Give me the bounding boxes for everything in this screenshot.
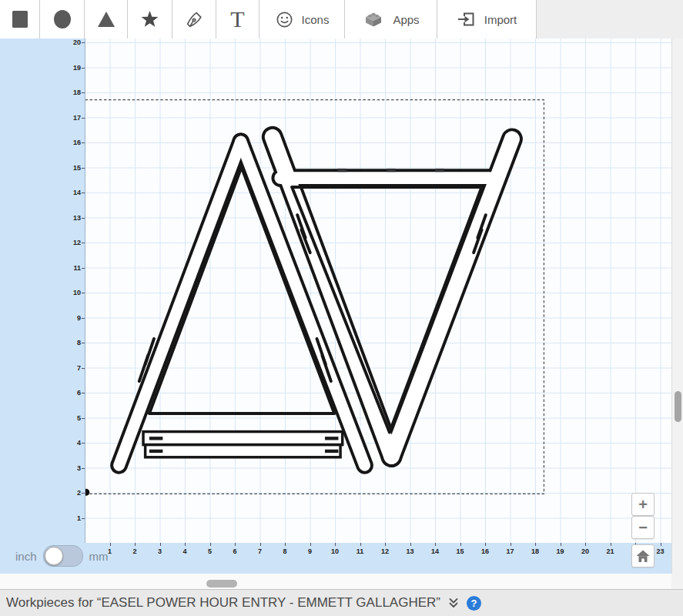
v-ruler-tick: [82, 393, 85, 393]
h-ruler-tick: [410, 543, 411, 546]
v-ruler-label: 4: [77, 439, 81, 447]
v-ruler-tick: [82, 243, 85, 243]
v-ruler-label: 2: [77, 489, 81, 497]
v-ruler-tick: [82, 293, 85, 293]
h-ruler-label: 10: [327, 547, 343, 555]
h-ruler-tick: [611, 543, 611, 546]
ellipse-tool-button[interactable]: [40, 0, 85, 38]
h-ruler-label: 6: [227, 547, 243, 555]
h-ruler-tick: [435, 543, 436, 546]
units-toggle-group: inch mm: [15, 545, 109, 567]
pen-icon: [185, 10, 204, 29]
h-ruler-label: 18: [527, 547, 543, 555]
v-ruler-tick: [82, 368, 85, 369]
text-tool-button[interactable]: T: [216, 0, 259, 38]
rectangle-tool-button[interactable]: [0, 0, 40, 38]
h-ruler-tick: [110, 543, 111, 546]
v-ruler-tick: [82, 92, 85, 93]
h-ruler-tick: [210, 543, 211, 546]
star-tool-button[interactable]: [128, 0, 172, 38]
units-toggle[interactable]: [43, 545, 83, 567]
v-ruler-tick: [82, 343, 85, 343]
v-ruler-label: 1: [77, 514, 81, 522]
h-ruler-label: 7: [253, 547, 268, 555]
units-toggle-knob[interactable]: [45, 547, 63, 565]
toolbar-spacer: [537, 0, 683, 38]
h-ruler-label: 12: [377, 547, 393, 555]
v-ruler-tick: [82, 493, 85, 494]
easel-app-window: T Icons Apps: [0, 0, 683, 616]
help-icon[interactable]: ?: [467, 596, 481, 611]
shape-toolbar: T Icons Apps: [0, 0, 683, 39]
h-ruler-label: 15: [453, 547, 468, 555]
h-ruler-tick: [585, 543, 586, 546]
home-icon: [636, 550, 650, 563]
h-ruler-tick: [285, 543, 286, 546]
h-ruler-label: 13: [403, 547, 418, 555]
v-ruler-tick: [82, 318, 85, 319]
zoom-out-button[interactable]: −: [631, 516, 655, 539]
workpieces-title: Workpieces for “EASEL POWER HOUR ENTRY -…: [6, 595, 440, 611]
h-ruler-tick: [310, 543, 311, 546]
pen-tool-button[interactable]: [172, 0, 216, 38]
ellipse-icon: [52, 8, 72, 30]
smiley-icon: [275, 10, 294, 29]
v-ruler-tick: [82, 68, 85, 69]
v-ruler-tick: [82, 118, 85, 119]
vertical-scrollbar-thumb[interactable]: [675, 391, 681, 422]
h-ruler-label: 14: [427, 547, 443, 555]
v-ruler-label: 10: [73, 289, 81, 296]
v-ruler-label: 5: [77, 414, 81, 422]
v-ruler-label: 18: [73, 89, 81, 96]
vertical-ruler: 1234567891011121314151617181920: [0, 38, 85, 543]
h-ruler-label: 9: [303, 547, 318, 555]
h-ruler-label: 23: [653, 547, 668, 555]
triangle-icon: [96, 10, 116, 28]
triangle-tool-button[interactable]: [85, 0, 128, 38]
star-icon: [140, 10, 159, 28]
v-ruler-tick: [82, 468, 85, 469]
vertical-scrollbar: [671, 38, 683, 574]
h-ruler-label: 3: [152, 547, 168, 555]
h-ruler-label: 5: [203, 547, 218, 555]
h-ruler-label: 4: [177, 547, 193, 555]
workpiece-drawing[interactable]: [85, 38, 671, 543]
rectangle-icon: [11, 9, 29, 29]
v-ruler-label: 3: [77, 464, 81, 472]
import-icon: [457, 10, 477, 28]
v-ruler-label: 8: [77, 339, 81, 346]
import-tool-button[interactable]: Import: [437, 0, 537, 38]
v-ruler-tick: [82, 418, 85, 419]
h-ruler-tick: [235, 543, 236, 546]
icons-tool-button[interactable]: Icons: [259, 0, 345, 38]
apps-tool-button[interactable]: Apps: [345, 0, 437, 38]
v-ruler-label: 9: [77, 314, 81, 322]
v-ruler-tick: [82, 42, 85, 43]
horizontal-scrollbar: [0, 574, 671, 589]
h-ruler-tick: [260, 543, 261, 546]
h-ruler-label: 1: [102, 547, 118, 555]
h-ruler-label: 11: [353, 547, 368, 555]
v-ruler-label: 11: [73, 264, 81, 272]
h-ruler-tick: [485, 543, 486, 546]
design-canvas[interactable]: [85, 38, 671, 543]
h-ruler-label: 2: [127, 547, 142, 555]
workpieces-status-bar: Workpieces for “EASEL POWER HOUR ENTRY -…: [0, 589, 683, 616]
v-ruler-label: 16: [73, 139, 81, 146]
h-ruler-label: 21: [603, 547, 618, 555]
v-ruler-tick: [82, 518, 85, 519]
inch-label: inch: [15, 550, 37, 563]
horizontal-scrollbar-thumb[interactable]: [206, 580, 237, 588]
h-ruler-tick: [385, 543, 386, 546]
collapse-chevron-icon[interactable]: [447, 597, 460, 609]
home-view-button[interactable]: [631, 544, 655, 567]
v-ruler-label: 17: [73, 114, 81, 122]
v-ruler-label: 6: [77, 389, 81, 397]
zoom-in-button[interactable]: +: [631, 493, 655, 516]
v-ruler-label: 7: [77, 364, 81, 372]
v-ruler-label: 15: [73, 164, 81, 172]
v-ruler-tick: [82, 218, 85, 219]
v-ruler-tick: [82, 192, 85, 193]
apps-tool-label: Apps: [393, 13, 419, 26]
v-ruler-label: 20: [73, 38, 81, 46]
